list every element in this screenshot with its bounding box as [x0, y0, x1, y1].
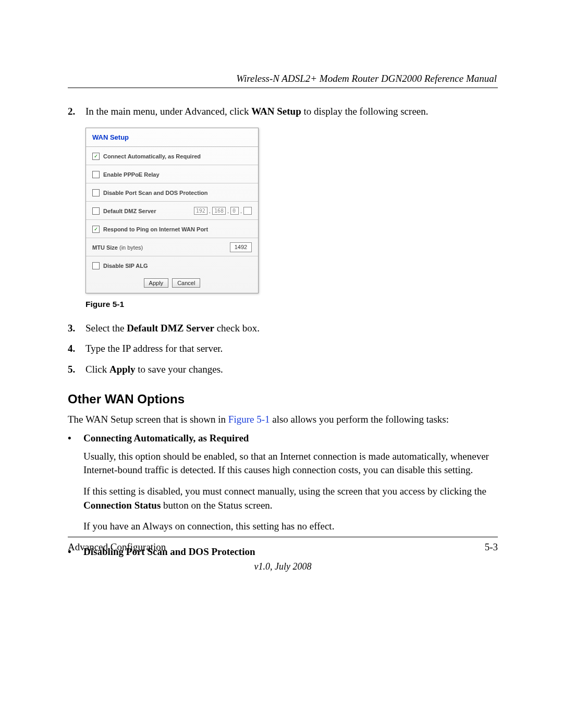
label-disable-sip: Disable SIP ALG — [103, 263, 252, 269]
step-2-text: In the main menu, under Advanced, click … — [85, 105, 429, 118]
bullet1-p2: If this setting is disabled, you must co… — [83, 485, 498, 512]
label-disable-portscan: Disable Port Scan and DOS Protection — [103, 190, 252, 196]
row-dmz: Default DMZ Server 192. 168. 0. — [86, 202, 258, 220]
apply-button[interactable]: Apply — [144, 278, 169, 288]
row-mtu: MTU Size (in bytes) 1492 — [86, 238, 258, 256]
step-3-text: Select the Default DMZ Server check box. — [85, 322, 260, 335]
bullet1-p3: If you have an Always on connection, thi… — [83, 520, 498, 534]
figure-link[interactable]: Figure 5-1 — [228, 414, 270, 425]
mtu-input[interactable]: 1492 — [230, 242, 252, 252]
top-rule — [68, 88, 498, 88]
section-heading: Other WAN Options — [68, 392, 498, 406]
step-2-num: 2. — [68, 105, 85, 118]
bottom-rule — [68, 537, 498, 537]
bullet-connect-auto: • Connecting Automatically, as Required … — [68, 431, 498, 541]
checkbox-respond-ping[interactable]: ✓ — [92, 226, 100, 233]
step-3-num: 3. — [68, 322, 85, 335]
cancel-button[interactable]: Cancel — [172, 278, 200, 288]
bullet-icon: • — [68, 431, 83, 541]
footer-version: v1.0, July 2008 — [68, 561, 498, 572]
checkbox-disable-sip[interactable] — [92, 262, 100, 269]
label-mtu: MTU Size (in bytes) — [92, 244, 230, 251]
doc-title: Wireless-N ADSL2+ Modem Router DGN2000 R… — [68, 73, 498, 84]
label-pppoe-relay: Enable PPPoE Relay — [103, 171, 252, 178]
bullet1-p1: Usually, this option should be enabled, … — [83, 450, 498, 477]
step-4-text: Type the IP address for that server. — [85, 342, 223, 355]
checkbox-dmz[interactable] — [92, 207, 100, 215]
wan-setup-title: WAN Setup — [86, 131, 258, 147]
row-connect-auto: ✓ Connect Automatically, as Required — [86, 147, 258, 165]
page-number: 5-3 — [485, 541, 498, 553]
label-connect-auto: Connect Automatically, as Required — [103, 153, 252, 159]
checkbox-pppoe-relay[interactable] — [92, 171, 100, 178]
step-3: 3. Select the Default DMZ Server check b… — [68, 322, 498, 335]
row-pppoe-relay: Enable PPPoE Relay — [86, 165, 258, 183]
checkbox-disable-portscan[interactable] — [92, 189, 100, 196]
wan-setup-screenshot: WAN Setup ✓ Connect Automatically, as Re… — [85, 128, 259, 293]
section-intro: The WAN Setup screen that is shown in Fi… — [68, 413, 498, 427]
step-4-num: 4. — [68, 342, 85, 355]
step-5: 5. Click Apply to save your changes. — [68, 363, 498, 376]
bullet1-title: Connecting Automatically, as Required — [83, 431, 498, 446]
button-row: Apply Cancel — [86, 274, 258, 289]
dmz-ip-group: 192. 168. 0. — [194, 207, 252, 215]
row-disable-sip: Disable SIP ALG — [86, 256, 258, 274]
dmz-ip-1[interactable]: 192 — [194, 207, 207, 215]
dmz-ip-4[interactable] — [243, 207, 252, 215]
dmz-ip-2[interactable]: 168 — [212, 207, 226, 215]
step-4: 4. Type the IP address for that server. — [68, 342, 498, 355]
checkbox-connect-auto[interactable]: ✓ — [92, 153, 100, 160]
step-5-num: 5. — [68, 363, 85, 376]
footer-left: Advanced Configuration — [68, 541, 166, 553]
step-2: 2. In the main menu, under Advanced, cli… — [68, 105, 498, 118]
row-respond-ping: ✓ Respond to Ping on Internet WAN Port — [86, 220, 258, 238]
figure-caption: Figure 5-1 — [85, 300, 498, 309]
label-respond-ping: Respond to Ping on Internet WAN Port — [103, 226, 252, 232]
label-dmz: Default DMZ Server — [103, 208, 194, 214]
step-5-text: Click Apply to save your changes. — [85, 363, 223, 376]
row-disable-portscan: Disable Port Scan and DOS Protection — [86, 183, 258, 202]
dmz-ip-3[interactable]: 0 — [230, 207, 239, 215]
